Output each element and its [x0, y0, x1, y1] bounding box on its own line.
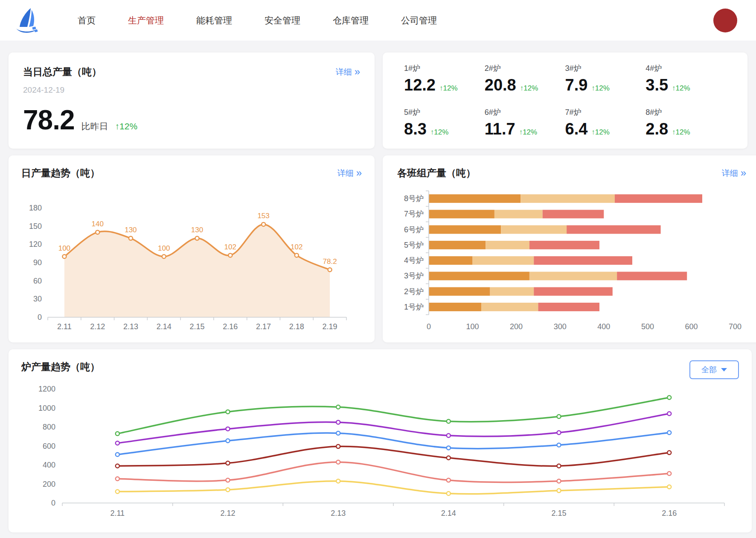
furnace-delta: ↑12% [591, 84, 610, 93]
svg-text:100: 100 [158, 244, 170, 252]
up-arrow-icon: ↑ [439, 84, 443, 92]
team-detail-link[interactable]: 详细 » [722, 168, 746, 179]
svg-text:120: 120 [29, 240, 42, 249]
furnace-delta: ↑12% [439, 84, 458, 93]
svg-text:2号炉: 2号炉 [404, 287, 424, 296]
furnace-value: 2.8 [646, 120, 668, 138]
svg-text:1200: 1200 [38, 385, 55, 393]
svg-text:3号炉: 3号炉 [404, 272, 424, 280]
svg-text:2.17: 2.17 [256, 322, 271, 331]
svg-text:90: 90 [33, 258, 42, 267]
svg-text:153: 153 [257, 212, 269, 220]
svg-text:2.16: 2.16 [223, 322, 238, 331]
daily-trend-area-chart: 03060901201501802.112.122.132.142.152.16… [21, 186, 362, 334]
up-arrow-icon: ↑ [591, 84, 595, 92]
svg-text:100: 100 [58, 244, 70, 252]
nav-item-3[interactable]: 安全管理 [265, 15, 300, 26]
svg-text:0: 0 [38, 313, 42, 322]
furnace-stat-6: 7#炉 6.4 ↑12% [565, 107, 646, 138]
furnace-stat-3: 4#炉 3.5 ↑12% [646, 63, 726, 94]
svg-text:300: 300 [554, 322, 567, 331]
furnace-label: 2#炉 [485, 63, 565, 73]
dashboard: 当日总产量（吨） 详细 » 2024-12-19 78.2 比昨日 ↑12% 1… [0, 41, 756, 532]
detail-label: 详细 [337, 168, 354, 179]
trend-card-title: 炉产量趋势（吨） [21, 360, 100, 374]
logo-boat-icon[interactable] [15, 7, 40, 34]
furnace-delta: ↑12% [672, 128, 690, 137]
svg-text:1000: 1000 [38, 404, 55, 412]
top-nav: 首页生产管理能耗管理安全管理仓库管理公司管理 [0, 0, 756, 41]
svg-text:2.12: 2.12 [220, 509, 235, 518]
svg-text:8号炉: 8号炉 [404, 194, 424, 203]
svg-text:200: 200 [510, 322, 523, 331]
svg-text:6号炉: 6号炉 [404, 225, 424, 234]
svg-text:400: 400 [43, 461, 55, 469]
total-date: 2024-12-19 [23, 85, 360, 95]
furnace-label: 1#炉 [404, 63, 485, 73]
furnace-delta: ↑12% [519, 128, 538, 137]
total-delta: ↑12% [115, 121, 138, 132]
up-arrow-icon: ↑ [672, 84, 676, 92]
svg-text:2.13: 2.13 [331, 509, 346, 518]
svg-text:500: 500 [641, 322, 654, 331]
furnace-value: 12.2 [404, 76, 436, 94]
furnace-label: 8#炉 [646, 107, 726, 117]
svg-text:2.15: 2.15 [189, 322, 204, 331]
nav-menu: 首页生产管理能耗管理安全管理仓库管理公司管理 [78, 15, 437, 26]
series-filter-dropdown[interactable]: 全部 [689, 360, 739, 379]
svg-text:2.14: 2.14 [441, 509, 456, 518]
svg-text:800: 800 [43, 423, 55, 431]
svg-text:2.15: 2.15 [551, 509, 566, 518]
furnace-stat-1: 2#炉 20.8 ↑12% [485, 63, 565, 94]
up-arrow-icon: ↑ [591, 128, 595, 136]
svg-text:2.16: 2.16 [662, 509, 677, 518]
row-bottom: 炉产量趋势（吨） 全部 0200400600800100012002.112.1… [9, 349, 747, 532]
furnace-value: 20.8 [485, 76, 516, 94]
svg-text:130: 130 [191, 226, 203, 234]
up-arrow-icon: ↑ [519, 128, 523, 136]
svg-text:2.12: 2.12 [90, 322, 105, 331]
furnace-trend-card: 炉产量趋势（吨） 全部 0200400600800100012002.112.1… [9, 349, 752, 532]
total-value: 78.2 [23, 104, 75, 136]
daily-detail-link[interactable]: 详细 » [337, 168, 362, 179]
nav-item-5[interactable]: 公司管理 [401, 15, 437, 26]
daily-trend-card: 日产量趋势（吨） 详细 » 03060901201501802.112.122.… [9, 155, 375, 342]
svg-text:200: 200 [43, 480, 55, 488]
furnace-delta: ↑12% [430, 128, 449, 137]
furnace-value: 8.3 [404, 120, 427, 138]
up-arrow-icon: ↑ [430, 128, 434, 136]
furnace-stat-0: 1#炉 12.2 ↑12% [404, 63, 485, 94]
svg-text:2.19: 2.19 [323, 322, 337, 331]
nav-item-1[interactable]: 生产管理 [128, 15, 164, 26]
nav-item-2[interactable]: 能耗管理 [196, 15, 232, 26]
furnace-label: 4#炉 [646, 63, 726, 73]
compare-label: 比昨日 [81, 120, 108, 132]
user-avatar[interactable] [713, 9, 737, 32]
dropdown-label: 全部 [701, 365, 717, 375]
svg-text:78.2: 78.2 [323, 257, 337, 266]
furnace-delta: ↑12% [591, 128, 610, 137]
team-card-title: 各班组产量（吨） [397, 167, 476, 180]
furnace-stat-7: 8#炉 2.8 ↑12% [646, 107, 726, 138]
svg-text:2.13: 2.13 [123, 322, 138, 331]
furnace-trend-line-chart: 0200400600800100012002.112.122.132.142.1… [21, 380, 739, 523]
furnace-delta: ↑12% [672, 84, 690, 93]
caret-down-icon [721, 368, 727, 371]
svg-text:2.11: 2.11 [57, 322, 72, 331]
double-chevron-icon: » [355, 67, 360, 77]
svg-text:30: 30 [33, 295, 42, 303]
total-detail-link[interactable]: 详细 » [336, 67, 360, 78]
svg-text:140: 140 [92, 220, 104, 228]
svg-text:700: 700 [729, 322, 741, 331]
svg-text:60: 60 [33, 277, 42, 285]
svg-text:2.14: 2.14 [157, 322, 172, 331]
svg-text:4号炉: 4号炉 [404, 256, 424, 265]
nav-item-4[interactable]: 仓库管理 [333, 15, 369, 26]
total-output-card: 当日总产量（吨） 详细 » 2024-12-19 78.2 比昨日 ↑12% [9, 53, 375, 149]
daily-card-title: 日产量趋势（吨） [21, 167, 100, 180]
svg-text:2.11: 2.11 [110, 509, 125, 518]
furnace-stats-card: 1#炉 12.2 ↑12% 2#炉 20.8 ↑12% 3#炉 7.9 ↑12%… [383, 53, 747, 149]
nav-item-0[interactable]: 首页 [78, 15, 96, 26]
detail-label: 详细 [336, 67, 352, 78]
team-output-card: 各班组产量（吨） 详细 » 8号炉7号炉6号炉5号炉4号炉3号炉2号炉1号炉01… [383, 155, 756, 342]
